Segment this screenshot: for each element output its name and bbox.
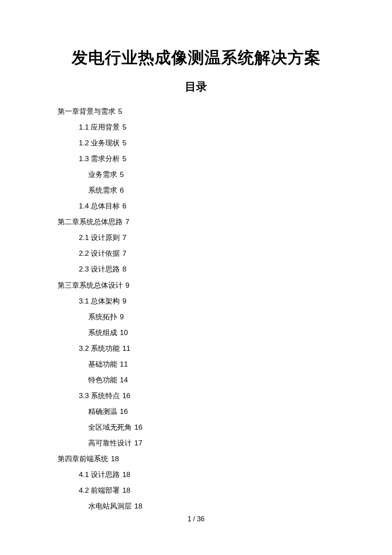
toc-entry-page: 16	[122, 392, 130, 400]
toc-entry-page: 18	[111, 455, 119, 463]
toc-entry-page: 11	[120, 360, 128, 368]
toc-entry-page: 5	[118, 107, 122, 116]
toc-entry-label: 第四章前端系统	[58, 455, 108, 463]
toc-entry: 2.1 设计原则 7	[79, 230, 334, 246]
toc-entry-label: 设计思路	[91, 471, 120, 479]
toc-entry-label: 前端部署	[91, 486, 120, 494]
total-page-count: 36	[197, 515, 205, 523]
toc-entry: 4.1 设计思路 18	[79, 467, 334, 483]
toc-entry-page: 8	[122, 265, 126, 273]
toc-entry-page: 18	[122, 471, 130, 479]
toc-entry-label: 业务现状	[91, 139, 120, 147]
toc-entry-number: 1.3	[79, 155, 89, 163]
toc-entry-label: 系统功能	[91, 344, 120, 353]
toc-entry-label: 总体架构	[91, 297, 120, 305]
toc-entry: 1.2 业务现状 5	[79, 135, 334, 151]
toc-entry-page: 18	[134, 502, 142, 510]
toc-entry: 1.4 总体目标 6	[79, 198, 334, 214]
toc-entry-label: 特色功能	[88, 376, 117, 384]
toc-entry-label: 系统需求	[88, 186, 117, 194]
toc-entry-page: 5	[122, 139, 126, 147]
toc-entry: 第一章背景与需求 5	[58, 104, 334, 119]
toc-entry-number: 1.2	[79, 139, 89, 147]
toc-entry-label: 第二章系统总体思路	[58, 218, 123, 226]
toc-entry: 3.2 系统功能 11	[79, 341, 334, 356]
toc-entry-label: 业务需求	[88, 171, 117, 179]
toc-entry-number: 4.2	[79, 486, 89, 494]
page-separator: /	[191, 515, 197, 523]
toc-entry-label: 设计思路	[91, 265, 120, 273]
toc-entry-number: 4.1	[79, 471, 89, 479]
toc-entry: 水电站风洞层 18	[88, 498, 334, 514]
toc-entry-page: 14	[120, 376, 128, 384]
toc-entry-number: 2.3	[79, 265, 89, 273]
toc-heading: 目录	[58, 79, 334, 94]
toc-entry-number: 1.4	[79, 202, 89, 210]
toc-entry-page: 17	[134, 439, 142, 447]
document-title: 发电行业热成像测温系统解决方案	[58, 47, 334, 69]
toc-entry-page: 9	[125, 281, 129, 289]
toc-entry-label: 设计原则	[91, 234, 120, 242]
toc-entry: 系统拓扑 9	[88, 309, 334, 325]
toc-entry: 第二章系统总体思路 7	[58, 214, 334, 230]
toc-entry-page: 5	[122, 155, 126, 163]
toc-entry: 全区域无死角 16	[88, 419, 334, 435]
toc-entry-number: 2.2	[79, 249, 89, 257]
toc-entry-label: 需求分析	[91, 155, 120, 163]
toc-entry: 3.3 系统特点 16	[79, 388, 334, 404]
toc-entry-label: 精确测温	[88, 408, 117, 416]
toc-entry-label: 水电站风洞层	[88, 502, 132, 510]
toc-entry-number: 1.1	[79, 123, 89, 131]
toc-entry: 1.1 应用背景 5	[79, 119, 334, 135]
toc-entry: 特色功能 14	[88, 372, 334, 388]
toc-entry-label: 第一章背景与需求	[58, 107, 115, 116]
toc-entry-label: 系统拓扑	[88, 313, 117, 321]
toc-entry-page: 6	[120, 186, 124, 194]
toc-entry: 系统需求 6	[88, 182, 334, 198]
toc-entry-label: 总体目标	[91, 202, 120, 210]
toc-entry-label: 高可靠性设计	[88, 439, 132, 447]
toc-entry-page: 5	[122, 123, 126, 131]
toc-entry: 2.3 设计思路 8	[79, 261, 334, 277]
toc-entry: 3.1 总体架构 9	[79, 293, 334, 309]
toc-entry-label: 全区域无死角	[88, 423, 132, 431]
toc-entry: 精确测温 16	[88, 404, 334, 419]
toc-entry-page: 16	[134, 423, 142, 431]
toc-entry-label: 应用背景	[91, 123, 120, 131]
toc-entry: 第四章前端系统 18	[58, 451, 334, 467]
table-of-contents: 第一章背景与需求 51.1 应用背景 51.2 业务现状 51.3 需求分析 5…	[58, 104, 334, 514]
toc-entry-label: 设计依据	[91, 249, 120, 257]
toc-entry-page: 11	[122, 344, 130, 353]
toc-entry: 1.3 需求分析 5	[79, 151, 334, 167]
toc-entry: 高可靠性设计 17	[88, 435, 334, 451]
toc-entry-number: 3.1	[79, 297, 89, 305]
toc-entry: 4.2 前端部署 18	[79, 483, 334, 498]
page-footer: 1 / 36	[0, 515, 392, 523]
toc-entry-page: 10	[120, 329, 128, 337]
toc-entry: 业务需求 5	[88, 167, 334, 182]
toc-entry-number: 3.2	[79, 344, 89, 353]
toc-entry-page: 5	[120, 171, 124, 179]
toc-entry-number: 2.1	[79, 234, 89, 242]
toc-entry-page: 7	[122, 249, 126, 257]
toc-entry: 2.2 设计依据 7	[79, 246, 334, 261]
toc-entry-label: 系统组成	[88, 329, 117, 337]
toc-entry-label: 系统特点	[91, 392, 120, 400]
toc-entry-page: 9	[120, 313, 124, 321]
toc-entry-page: 7	[122, 234, 126, 242]
toc-entry-number: 3.3	[79, 392, 89, 400]
toc-entry-page: 16	[120, 408, 128, 416]
toc-entry-page: 7	[125, 218, 129, 226]
toc-entry: 系统组成 10	[88, 325, 334, 341]
toc-entry: 第三章系统总体设计 9	[58, 278, 334, 293]
toc-entry-label: 第三章系统总体设计	[58, 281, 123, 289]
toc-entry-page: 6	[122, 202, 126, 210]
current-page-number: 1	[187, 515, 191, 523]
toc-entry: 基础功能 11	[88, 356, 334, 372]
document-page: 发电行业热成像测温系统解决方案 目录 第一章背景与需求 51.1 应用背景 51…	[0, 0, 392, 514]
toc-entry-page: 18	[122, 486, 130, 494]
toc-entry-label: 基础功能	[88, 360, 117, 368]
toc-entry-page: 9	[122, 297, 126, 305]
